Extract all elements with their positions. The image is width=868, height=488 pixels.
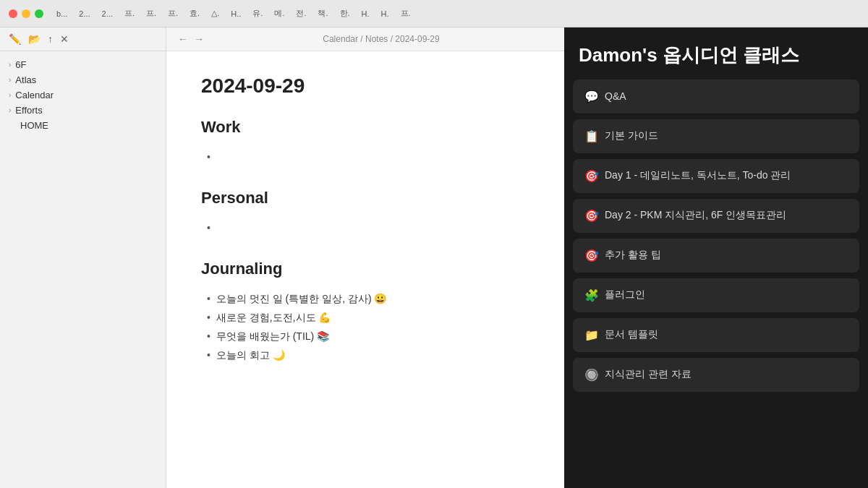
sidebar-item-label: Efforts [15,105,42,116]
tab-item[interactable]: 프. [120,7,139,20]
export-icon[interactable]: ↑ [48,33,53,45]
forward-arrow[interactable]: → [194,33,204,45]
breadcrumb: Calendar / Notes / 2024-09-29 [210,34,553,44]
section-title: Personal [201,189,529,207]
close-button[interactable] [9,9,17,18]
item-label: 문서 템플릿 [605,328,658,341]
chevron-icon: › [9,91,11,99]
maximize-button[interactable] [35,9,43,18]
sidebar-item-label: Calendar [15,90,54,100]
traffic-lights [9,9,43,18]
list-item-text: 무엇을 배웠는가 (TIL) 📚 [216,330,329,343]
sidebar-toolbar: ✏️ 📂 ↑ ✕ [0,27,166,51]
sidebar-item-efforts[interactable]: ›Efforts [0,103,166,118]
new-note-icon[interactable]: ✏️ [9,33,21,45]
item-emoji-icon: 🎯 [584,209,599,223]
tab-item[interactable]: 프. [163,7,182,20]
sidebar-item-calendar[interactable]: ›Calendar [0,87,166,103]
chevron-icon: › [9,76,11,84]
right-panel-item[interactable]: 🎯Day 2 - PKM 지식관리, 6F 인생목표관리 [573,199,859,233]
right-panel-item[interactable]: 📋기본 가이드 [573,119,859,153]
tab-item[interactable]: 한. [336,7,354,20]
note-section: Journaling오늘의 멋진 일 (특별한 일상, 감사) 😀새로운 경험,… [201,260,529,365]
note-section: Personal [201,189,529,236]
right-panel-item[interactable]: 🧩플러그인 [573,278,859,312]
back-arrow[interactable]: ← [178,33,188,45]
sidebar-item-atlas[interactable]: ›Atlas [0,72,166,87]
tab-item[interactable]: 효. [185,7,204,20]
section-title: Work [201,118,529,137]
note-header: ← → Calendar / Notes / 2024-09-29 [166,27,564,51]
item-label: Day 2 - PKM 지식관리, 6F 인생목표관리 [605,209,786,222]
item-label: Day 1 - 데일리노트, 독서노트, To-do 관리 [605,169,791,182]
list-item: 오늘의 멋진 일 (특별한 일상, 감사) 😀 [207,290,529,309]
chevron-icon: › [9,61,11,69]
right-panel-item[interactable]: 📁문서 템플릿 [573,318,859,352]
tab-item[interactable]: 유. [248,7,267,20]
right-panel-item[interactable]: 🎯추가 활용 팁 [573,239,859,273]
section-title: Journaling [201,260,529,278]
chevron-icon: › [9,106,11,114]
right-panel-title: Damon's 옵시디언 클래스 [564,27,868,80]
item-label: 추가 활용 팁 [605,249,661,262]
tab-item[interactable]: b... [52,8,72,20]
item-label: 플러그인 [605,288,645,301]
list-item: 오늘의 회고 🌙 [207,346,529,365]
note-body[interactable]: 2024-09-29WorkPersonalJournaling오늘의 멋진 일… [166,51,564,488]
bullet-list: 오늘의 멋진 일 (특별한 일상, 감사) 😀새로운 경험,도전,시도 💪무엇을… [201,290,529,365]
list-item [207,148,529,166]
sidebar-item-label: Atlas [15,74,36,85]
right-panel-item[interactable]: 🔘지식관리 관련 자료 [573,358,859,392]
item-label: 지식관리 관련 자료 [605,368,692,381]
note-date: 2024-09-29 [201,74,529,98]
sidebar-item-label: HOME [20,120,48,131]
tab-item[interactable]: 메. [270,7,289,20]
open-folder-icon[interactable]: 📂 [28,33,41,45]
tab-bar: b...2...2...프.프.프.효.△.H..유.메.전.책.한.H.H.프… [52,7,859,20]
sidebar-item-6f[interactable]: ›6F [0,57,166,72]
tab-item[interactable]: 전. [292,7,310,20]
sidebar: ✏️ 📂 ↑ ✕ ›6F›Atlas›Calendar›EffortsHOME [0,27,166,488]
item-emoji-icon: 📁 [584,328,599,342]
item-emoji-icon: 🎯 [584,249,599,262]
tab-item[interactable]: H. [377,8,393,20]
right-panel-items: 💬Q&A📋기본 가이드🎯Day 1 - 데일리노트, 독서노트, To-do 관… [564,80,868,403]
sidebar-nav: ›6F›Atlas›Calendar›EffortsHOME [0,51,166,488]
sidebar-item-home[interactable]: HOME [0,118,166,133]
list-item-text: 오늘의 회고 🌙 [216,349,285,362]
close-sidebar-icon[interactable]: ✕ [60,33,69,45]
right-panel-item[interactable]: 💬Q&A [573,80,859,114]
item-emoji-icon: 🎯 [584,169,599,183]
item-label: 기본 가이드 [605,129,658,142]
list-item-text: 새로운 경험,도전,시도 💪 [216,312,331,325]
list-item: 무엇을 배웠는가 (TIL) 📚 [207,328,529,346]
list-item [207,219,529,236]
minimize-button[interactable] [22,9,30,18]
tab-item[interactable]: 프. [142,7,161,20]
tab-item[interactable]: H.. [226,8,245,20]
item-emoji-icon: 💬 [584,90,599,103]
list-item-text: 오늘의 멋진 일 (특별한 일상, 감사) 😀 [216,293,387,306]
note-area: ← → Calendar / Notes / 2024-09-29 2024-0… [166,27,564,488]
bullet-list [201,148,529,166]
sidebar-item-label: 6F [15,59,26,70]
main-content: ✏️ 📂 ↑ ✕ ›6F›Atlas›Calendar›EffortsHOME … [0,27,868,488]
tab-item[interactable]: 책. [313,7,332,20]
tab-item[interactable]: △. [207,7,224,20]
tab-item[interactable]: 2... [75,8,94,20]
item-emoji-icon: 🧩 [584,288,599,302]
item-emoji-icon: 🔘 [584,368,599,382]
note-section: Work [201,118,529,166]
right-panel: Damon's 옵시디언 클래스 💬Q&A📋기본 가이드🎯Day 1 - 데일리… [564,27,868,488]
item-emoji-icon: 📋 [584,129,599,143]
tab-item[interactable]: 2... [98,8,117,20]
right-panel-item[interactable]: 🎯Day 1 - 데일리노트, 독서노트, To-do 관리 [573,159,859,193]
tab-item[interactable]: H. [357,8,374,20]
list-item: 새로운 경험,도전,시도 💪 [207,309,529,328]
bullet-list [201,219,529,236]
title-bar: b...2...2...프.프.프.효.△.H..유.메.전.책.한.H.H.프… [0,0,868,27]
item-label: Q&A [605,90,626,102]
tab-item[interactable]: 프. [396,7,415,20]
